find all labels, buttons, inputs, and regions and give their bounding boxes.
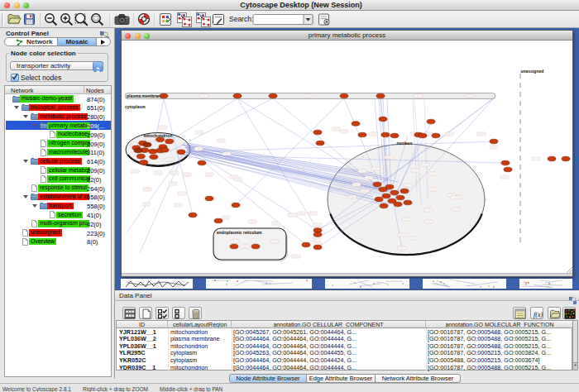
svg-text:cytoplasm: cytoplasm: [125, 104, 146, 109]
svg-text:unassigned: unassigned: [521, 69, 544, 74]
svg-text:endoplasmic reticulum: endoplasmic reticulum: [217, 230, 262, 235]
svg-text:plasma membrane: plasma membrane: [127, 93, 163, 98]
svg-text:Search:: Search:: [229, 15, 253, 23]
svg-text:nucleus: nucleus: [397, 141, 413, 146]
svg-text:f(x): f(x): [534, 311, 543, 318]
